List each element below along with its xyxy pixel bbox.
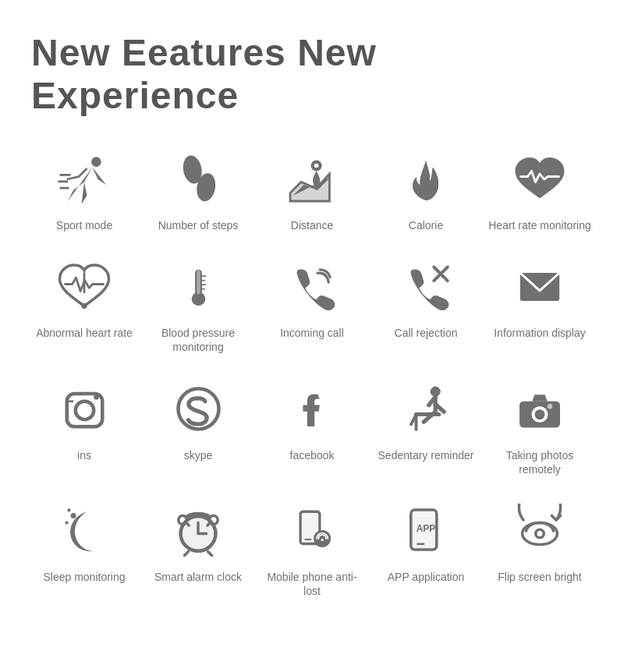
flip-screen-bright-label: Flip screen bright [498, 570, 581, 584]
svg-point-48 [321, 539, 323, 541]
feature-smart-alarm-clock: Smart alarm clock [145, 500, 251, 598]
taking-photos-remotely-label: Taking photos remotely [487, 448, 593, 476]
ins-icon [53, 378, 115, 440]
svg-point-22 [94, 394, 99, 400]
feature-sport-mode: Sport mode [31, 148, 137, 232]
svg-point-29 [548, 404, 553, 409]
information-display-icon [509, 256, 571, 318]
smart-alarm-clock-icon [167, 500, 229, 562]
svg-point-0 [91, 157, 101, 167]
svg-point-28 [535, 409, 545, 419]
page-title: New Eeatures New Experience [31, 31, 593, 117]
facebook-label: facebook [290, 448, 335, 462]
information-display-label: Information display [494, 326, 586, 340]
number-of-steps-icon [167, 148, 229, 210]
flip-screen-bright-icon [509, 500, 571, 562]
calorie-label: Calorie [409, 218, 443, 232]
feature-heart-rate-monitoring: Heart rate monitoring [487, 148, 593, 232]
sedentary-reminder-icon [395, 378, 457, 440]
feature-calorie: Calorie [373, 148, 479, 232]
feature-mobile-phone-anti-lost: Mobile phone anti-lost [259, 500, 365, 598]
feature-facebook: facebook [259, 378, 365, 476]
incoming-call-icon [281, 256, 343, 318]
feature-number-of-steps: Number of steps [145, 148, 251, 232]
skype-icon [167, 378, 229, 440]
svg-point-55 [537, 531, 543, 536]
feature-flip-screen-bright: Flip screen bright [487, 500, 593, 598]
blood-pressure-monitoring-label: Blood pressure monitoring [145, 326, 251, 354]
feature-skype: skype [145, 378, 251, 476]
feature-distance: Distance [259, 148, 365, 232]
feature-information-display: Information display [487, 256, 593, 354]
svg-point-31 [66, 521, 69, 524]
sport-mode-label: Sport mode [56, 218, 112, 232]
feature-sedentary-reminder: Sedentary reminder [373, 378, 479, 476]
ins-label: ins [77, 448, 91, 462]
svg-line-39 [208, 552, 212, 556]
sedentary-reminder-label: Sedentary reminder [378, 448, 474, 462]
features-grid: Sport mode Number of steps Distance Calo… [31, 148, 593, 598]
svg-line-38 [185, 552, 189, 556]
sleep-monitoring-icon [53, 500, 115, 562]
call-rejection-icon [395, 256, 457, 318]
distance-label: Distance [291, 218, 333, 232]
svg-point-8 [82, 303, 87, 309]
svg-rect-12 [197, 271, 200, 294]
feature-sleep-monitoring: Sleep monitoring [31, 500, 137, 598]
svg-point-7 [314, 164, 319, 168]
call-rejection-label: Call rejection [395, 326, 458, 340]
feature-ins: ins [31, 378, 137, 476]
sleep-monitoring-label: Sleep monitoring [43, 570, 125, 584]
heart-rate-monitoring-icon [509, 148, 571, 210]
smart-alarm-clock-label: Smart alarm clock [154, 570, 242, 584]
distance-icon [281, 148, 343, 210]
mobile-phone-anti-lost-icon [281, 500, 343, 562]
abnormal-heart-rate-icon [53, 256, 115, 318]
facebook-icon [281, 378, 343, 440]
svg-point-32 [67, 508, 70, 511]
abnormal-heart-rate-label: Abnormal heart rate [36, 326, 133, 340]
skype-label: skype [184, 448, 213, 462]
feature-blood-pressure-monitoring: Blood pressure monitoring [145, 256, 251, 354]
sport-mode-icon [53, 148, 115, 210]
svg-line-43 [207, 522, 211, 525]
blood-pressure-monitoring-icon [167, 256, 229, 318]
feature-abnormal-heart-rate: Abnormal heart rate [31, 256, 137, 354]
app-application-icon: APP [395, 500, 457, 562]
calorie-icon [395, 148, 457, 210]
mobile-phone-anti-lost-label: Mobile phone anti-lost [259, 570, 365, 598]
svg-point-21 [75, 401, 93, 419]
page: New Eeatures New Experience Sport mode N… [0, 0, 624, 637]
number-of-steps-label: Number of steps [158, 218, 239, 232]
feature-taking-photos-remotely: Taking photos remotely [487, 378, 593, 476]
heart-rate-monitoring-label: Heart rate monitoring [488, 218, 591, 232]
svg-text:APP: APP [417, 523, 436, 534]
svg-line-42 [186, 522, 190, 525]
feature-call-rejection: Call rejection [373, 256, 479, 354]
taking-photos-remotely-icon [509, 378, 571, 440]
app-application-label: APP application [388, 570, 465, 584]
feature-incoming-call: Incoming call [259, 256, 365, 354]
svg-point-30 [71, 513, 76, 518]
incoming-call-label: Incoming call [280, 326, 344, 340]
feature-app-application: APP APP application [373, 500, 479, 598]
